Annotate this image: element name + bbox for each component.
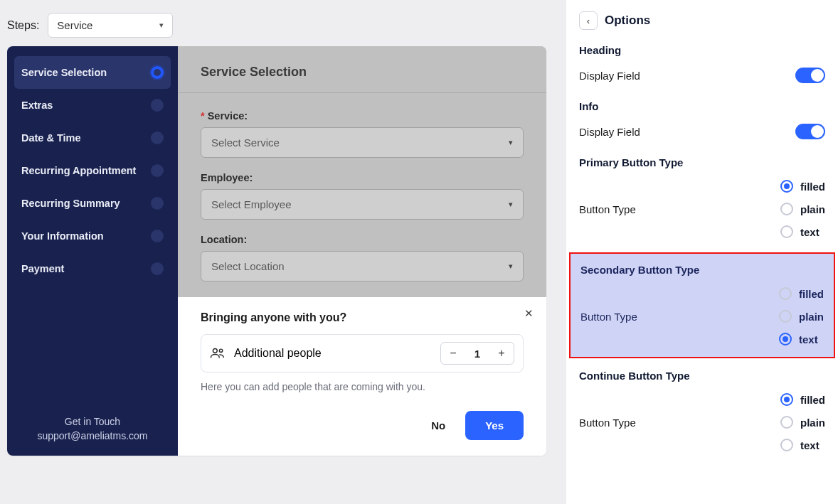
field-label: Service:: [208, 110, 248, 122]
heading-display-toggle[interactable]: [795, 68, 825, 83]
continue-radio-text[interactable]: text: [780, 439, 825, 451]
chevron-down-icon: ▾: [159, 21, 164, 30]
section-secondary-button: Secondary Button Type: [580, 264, 824, 276]
continue-button-type-group: Button Type filled plain text: [579, 393, 825, 451]
footer-title: Get in Touch: [17, 416, 168, 427]
bring-hint: Here you can add people that are coming …: [201, 381, 524, 392]
field-service: *Service: Select Service ▾: [201, 110, 524, 158]
secondary-button-type-group: Button Type filled plain text: [580, 287, 824, 345]
radio-icon: [779, 310, 792, 323]
field-label: Location:: [201, 234, 247, 245]
primary-radio-plain[interactable]: plain: [780, 203, 825, 215]
service-select[interactable]: Select Service ▾: [201, 127, 524, 158]
heading-display-field-label: Display Field: [579, 70, 640, 82]
sidebar-item-your-information[interactable]: Your Information: [14, 220, 171, 252]
primary-radio-filled[interactable]: filled: [780, 180, 825, 193]
sidebar-item-date-time[interactable]: Date & Time: [14, 122, 171, 154]
chevron-down-icon: ▾: [509, 200, 513, 209]
footer-email[interactable]: support@ameliatms.com: [17, 430, 168, 441]
steps-label: Steps:: [7, 19, 39, 32]
info-display-field-label: Display Field: [579, 126, 640, 138]
options-panel: ‹ Options Heading Display Field Info Dis…: [566, 0, 838, 504]
section-heading: Heading: [579, 44, 825, 56]
chevron-down-icon: ▾: [509, 262, 513, 271]
sidebar-item-payment[interactable]: Payment: [14, 252, 171, 285]
step-indicator-icon: [151, 230, 164, 242]
field-location: Location: Select Location ▾: [201, 234, 524, 282]
step-indicator-icon: [151, 262, 164, 275]
section-info: Info: [579, 100, 825, 112]
field-employee: Employee: Select Employee ▾: [201, 172, 524, 220]
select-placeholder: Select Location: [211, 260, 285, 272]
yes-button[interactable]: Yes: [465, 411, 524, 440]
sidebar-footer: Get in Touch support@ameliatms.com: [14, 403, 171, 446]
radio-icon: [779, 333, 792, 345]
radio-icon: [779, 287, 792, 300]
secondary-radio-plain[interactable]: plain: [779, 310, 824, 323]
bring-title: Bringing anyone with you?: [201, 311, 524, 324]
no-button[interactable]: No: [427, 412, 450, 439]
step-indicator-icon: [151, 132, 164, 144]
sidebar-item-label: Payment: [21, 263, 64, 274]
location-select[interactable]: Select Location ▾: [201, 251, 524, 282]
field-label: Employee:: [201, 172, 253, 183]
svg-point-1: [219, 349, 222, 352]
employee-select[interactable]: Select Employee ▾: [201, 189, 524, 220]
sidebar-item-label: Recurring Summary: [21, 198, 120, 209]
chevron-left-icon: ‹: [587, 16, 590, 26]
secondary-radio-text[interactable]: text: [779, 333, 824, 345]
radio-icon: [780, 203, 793, 215]
back-button[interactable]: ‹: [579, 11, 598, 30]
chevron-down-icon: ▾: [509, 138, 513, 147]
main: Service Selection *Service: Select Servi…: [178, 46, 546, 456]
step-indicator-icon: [151, 66, 164, 79]
steps-select[interactable]: Service ▾: [48, 13, 173, 38]
panel-title: Options: [605, 14, 650, 28]
increment-button[interactable]: +: [489, 343, 514, 364]
additional-people-row: Additional people − 1 +: [201, 334, 524, 372]
continue-radio-filled[interactable]: filled: [780, 393, 825, 406]
required-asterisk: *: [201, 110, 205, 122]
quantity-value: 1: [465, 348, 489, 360]
sidebar-item-label: Service Selection: [21, 67, 107, 78]
radio-icon: [780, 393, 793, 406]
bring-section: ✕ Bringing anyone with you? Additional p…: [178, 297, 546, 456]
steps-select-value: Service: [57, 19, 92, 31]
sidebar-item-extras[interactable]: Extras: [14, 89, 171, 122]
primary-radio-text[interactable]: text: [780, 225, 825, 238]
sidebar-item-service-selection[interactable]: Service Selection: [14, 56, 171, 89]
sidebar-item-label: Your Information: [21, 230, 104, 242]
radio-icon: [780, 416, 793, 429]
decrement-button[interactable]: −: [441, 343, 465, 364]
main-upper: Service Selection *Service: Select Servi…: [178, 46, 546, 297]
people-icon: [210, 347, 226, 360]
sidebar-item-label: Date & Time: [21, 132, 81, 144]
select-placeholder: Select Employee: [211, 198, 292, 210]
close-icon[interactable]: ✕: [524, 307, 534, 320]
svg-point-0: [213, 348, 217, 353]
radio-icon: [780, 439, 793, 451]
secondary-radio-filled[interactable]: filled: [779, 287, 824, 300]
continue-radio-plain[interactable]: plain: [780, 416, 825, 429]
sidebar-item-label: Recurring Appointment: [21, 165, 136, 176]
secondary-highlight: Secondary Button Type Button Type filled…: [569, 252, 835, 358]
primary-button-type-label: Button Type: [579, 203, 636, 215]
sidebar-item-recurring-appointment[interactable]: Recurring Appointment: [14, 154, 171, 187]
secondary-button-type-label: Button Type: [580, 311, 637, 323]
sidebar-item-label: Extras: [21, 100, 53, 111]
radio-icon: [780, 180, 793, 193]
sidebar: Service Selection Extras Date & Time Rec…: [7, 46, 178, 456]
radio-icon: [780, 225, 793, 238]
section-primary-button: Primary Button Type: [579, 156, 825, 168]
sidebar-item-recurring-summary[interactable]: Recurring Summary: [14, 187, 171, 220]
info-display-toggle[interactable]: [795, 124, 825, 139]
primary-button-type-group: Button Type filled plain text: [579, 180, 825, 238]
quantity-stepper[interactable]: − 1 +: [440, 342, 514, 365]
booking-card: Service Selection Extras Date & Time Rec…: [7, 46, 546, 456]
additional-people-label: Additional people: [234, 347, 322, 360]
step-indicator-icon: [151, 164, 164, 177]
section-continue-button: Continue Button Type: [579, 370, 825, 382]
step-indicator-icon: [151, 197, 164, 210]
continue-button-type-label: Button Type: [579, 417, 636, 429]
step-indicator-icon: [151, 99, 164, 112]
